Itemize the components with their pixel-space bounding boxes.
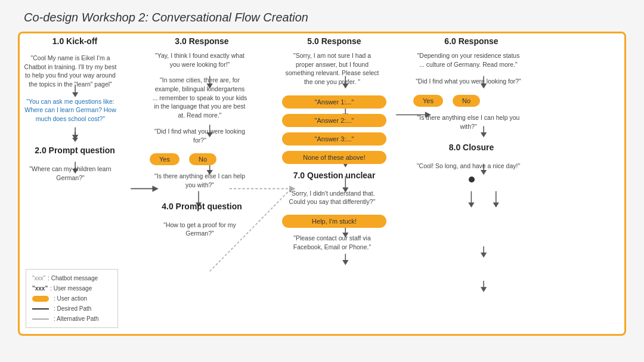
legend-alt-icon	[32, 318, 49, 320]
col4-msg2: "Did I find what you were looking for?"	[413, 76, 524, 87]
col3-none[interactable]: None of these above!	[282, 151, 386, 164]
col2-msg3: "Did I find what you were looking for?"	[150, 126, 250, 146]
col2-yes-btn[interactable]: Yes	[150, 153, 179, 165]
col3-stuck-btn[interactable]: Help, I'm stuck!	[282, 215, 386, 228]
column-response3: 3.0 Response "Yay, I think I found exact…	[150, 33, 254, 334]
col3-msg2: "Sorry, I didn't understand that. Could …	[282, 188, 382, 208]
col3-msg3: "Please contact our staff via Facebook, …	[282, 233, 382, 252]
legend-action-label: : User action	[54, 293, 87, 304]
col3-answer3[interactable]: "Answer 3:..."	[282, 132, 386, 146]
legend-action-icon	[32, 296, 49, 302]
col4-msg4: "Cool! So long, and have a nice day!"	[413, 160, 524, 172]
col1-heading: 1.0 Kick-off	[52, 36, 97, 46]
legend-alt: : Alternative Path	[32, 314, 112, 324]
col1-msg1: "Cool My name is Eikel I'm a Chatbot in …	[20, 52, 121, 90]
column-response6: 6.0 Response "Depending on your residenc…	[413, 33, 530, 334]
legend-desired-icon	[32, 308, 49, 310]
col1-msg2: "You can ask me questions like: Where ca…	[20, 96, 121, 125]
legend-desired-label: : Desired Path	[54, 304, 91, 314]
col4-yes-no: Yes No	[413, 95, 530, 107]
col3-heading: 5.0 Response	[307, 36, 361, 46]
col3-section7: 7.0 Question unclear	[282, 171, 386, 180]
col1-msg3: "Where can my children learn German?"	[20, 163, 121, 183]
column-response5: 5.0 Response "Sorry, I am not sure I had…	[282, 33, 386, 334]
page-title: Co-design Workshop 2: Conversational Flo…	[24, 11, 308, 24]
col2-msg4: "Is there anything else I can help you w…	[150, 171, 250, 190]
col2-yes-no: Yes No	[150, 153, 254, 165]
col4-heading: 6.0 Response	[444, 36, 498, 46]
legend-user-label: : User message	[50, 283, 92, 293]
outer-box: 1.0 Kick-off "Cool My name is Eikel I'm …	[18, 32, 626, 336]
legend-user: "xxx" : User message	[32, 283, 112, 293]
legend-alt-label: : Alternative Path	[54, 314, 99, 324]
col2-section4: 4.0 Prompt question	[150, 202, 254, 211]
col2-heading: 3.0 Response	[175, 36, 228, 46]
col2-msg5: "How to get a proof for my German?"	[150, 219, 250, 239]
legend-chatbot-quote: "xxx"	[32, 273, 45, 283]
col4-yes-btn[interactable]: Yes	[413, 95, 443, 107]
legend-box: "xxx" : Chatbot message "xxx" : User mes…	[26, 269, 118, 328]
col4-no-btn[interactable]: No	[453, 95, 480, 107]
col4-msg3: "Is there anything else I can help you w…	[413, 112, 524, 132]
legend-action: : User action	[32, 293, 112, 304]
col1-section2: 2.0 Prompt question	[20, 146, 130, 155]
col2-no-btn[interactable]: No	[189, 153, 216, 165]
col1-arrow1	[20, 132, 130, 142]
legend-chatbot-label: : Chatbot message	[48, 273, 98, 283]
col3-answer1[interactable]: "Answer 1:..."	[282, 95, 386, 109]
col4-closure-dot	[469, 177, 475, 182]
col4-msg1: "Depending on your residence status ... …	[413, 50, 524, 70]
legend-user-quote: "xxx"	[32, 283, 48, 293]
col2-msg2: "In some cities, there are, for example,…	[150, 75, 250, 120]
col3-answer2[interactable]: "Answer 2:..."	[282, 114, 386, 127]
col4-section8: 8.0 Closure	[413, 143, 530, 152]
col2-msg1: "Yay, I think I found exactly what you w…	[150, 50, 250, 70]
col3-msg1: "Sorry, I am not sure I had a proper ans…	[282, 50, 382, 88]
legend-chatbot: "xxx" : Chatbot message	[32, 273, 112, 283]
legend-desired: : Desired Path	[32, 304, 112, 314]
